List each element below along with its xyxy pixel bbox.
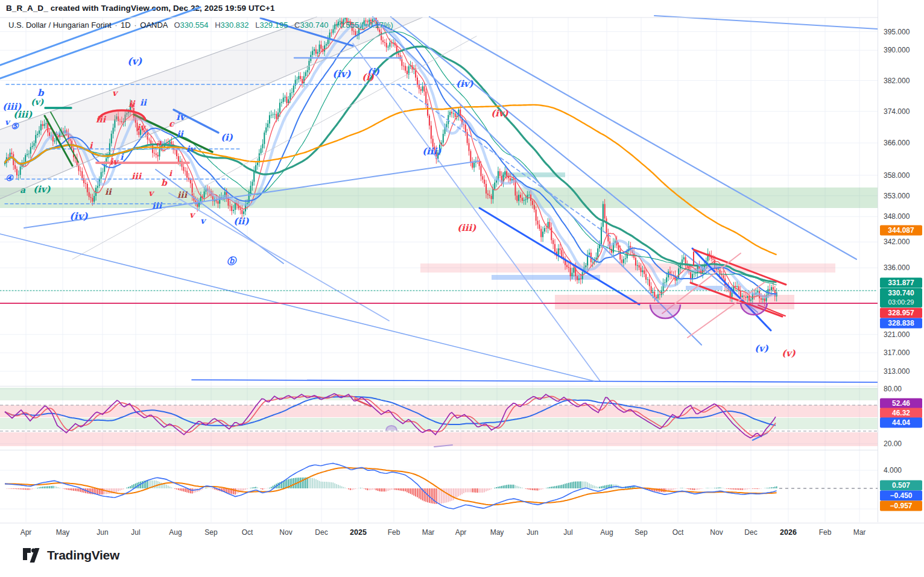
candle-body xyxy=(465,125,466,132)
candle-body xyxy=(180,161,181,162)
price-badge: 328.957 xyxy=(880,308,922,318)
price-badge: 52.46 xyxy=(880,399,922,409)
candle-body xyxy=(30,147,31,154)
candle-body xyxy=(144,130,145,132)
candle-body xyxy=(262,144,264,148)
candle-body xyxy=(389,43,390,47)
time-label-month: Nov xyxy=(710,528,723,537)
high-label: H xyxy=(215,20,220,30)
candle-body xyxy=(692,274,693,279)
candle-body xyxy=(747,296,748,298)
candle-body xyxy=(273,115,274,115)
axis-label: 313.000 xyxy=(884,367,910,376)
candle-body xyxy=(28,154,30,154)
symbol-legend[interactable]: U.S. Dollar / Hungarian Forint · 1D · OA… xyxy=(8,20,393,30)
candle-body xyxy=(11,153,12,154)
candle-body xyxy=(328,40,329,45)
candle-body xyxy=(293,86,294,92)
candle-body xyxy=(27,154,28,156)
candle-body xyxy=(514,180,516,195)
axis-label: 390.000 xyxy=(884,46,910,54)
candle-body xyxy=(769,289,770,291)
time-label-month: Dec xyxy=(744,528,757,537)
symbol-title[interactable]: U.S. Dollar / Hungarian Forint xyxy=(8,20,112,30)
candle-body xyxy=(35,135,36,143)
candle-body xyxy=(423,86,425,92)
axis-label: 395.000 xyxy=(884,28,910,36)
candle-body xyxy=(718,268,719,269)
candle-body xyxy=(499,171,501,176)
candle-body xyxy=(49,133,50,136)
candle-body xyxy=(604,204,606,218)
candle-body xyxy=(683,257,685,260)
candle-body xyxy=(92,198,93,201)
candle-body xyxy=(136,122,138,131)
candle-body xyxy=(554,244,555,252)
time-label-month: Aug xyxy=(600,528,613,537)
symbol-interval[interactable]: 1D xyxy=(121,20,131,30)
candle-body xyxy=(745,297,746,298)
time-label-month: Oct xyxy=(672,528,684,537)
axis-label: 358.000 xyxy=(884,171,910,180)
pane-separator-macd[interactable] xyxy=(0,450,924,450)
candle-body xyxy=(39,130,40,133)
axis-label: 321.000 xyxy=(884,330,910,339)
trendline xyxy=(0,234,594,381)
candle-body xyxy=(239,209,241,210)
candle-body xyxy=(742,296,743,297)
time-label-month: Sep xyxy=(204,528,217,537)
candle-body xyxy=(453,113,454,114)
tradingview-logo[interactable]: TradingView xyxy=(23,547,119,563)
time-label-month: Jul xyxy=(563,528,572,537)
candle-body xyxy=(429,116,430,125)
candle-body xyxy=(552,240,554,244)
candle-body xyxy=(472,162,473,168)
candle-body xyxy=(243,212,244,214)
candle-body xyxy=(443,134,444,143)
candle-body xyxy=(549,222,550,227)
candle-body xyxy=(250,186,252,194)
time-label-month: Mar xyxy=(422,528,435,537)
candle-body xyxy=(298,76,299,79)
candle-body xyxy=(525,200,527,200)
candle-body xyxy=(290,93,291,99)
symbol-exchange: OANDA xyxy=(140,20,168,30)
candle-body xyxy=(536,210,537,221)
candle-body xyxy=(159,149,160,157)
candle-body xyxy=(619,250,621,259)
candle-body xyxy=(654,292,655,297)
candle-body xyxy=(307,70,308,72)
candle-body xyxy=(621,259,622,263)
candle-body xyxy=(295,80,296,86)
candle-body xyxy=(267,124,268,127)
candle-body xyxy=(317,52,318,54)
time-label-month: May xyxy=(56,528,70,537)
candle-body xyxy=(666,277,667,282)
candle-body xyxy=(491,196,492,199)
candle-body xyxy=(16,169,17,175)
candle-body xyxy=(241,210,242,214)
candle-body xyxy=(178,156,179,162)
candle-body xyxy=(740,291,741,297)
user-drawings[interactable] xyxy=(0,7,878,447)
candle-body xyxy=(510,178,511,180)
candle-body xyxy=(281,102,282,102)
candle-body xyxy=(504,171,505,175)
chart-canvas[interactable] xyxy=(0,0,924,577)
time-axis[interactable]: AprMayJunJulAugSepOctNovDec2025FebMarApr… xyxy=(0,523,924,544)
candle-body xyxy=(315,49,317,54)
axis-label: 20.00 xyxy=(884,440,902,448)
candle-body xyxy=(578,279,580,280)
candle-body xyxy=(138,131,139,135)
candle-body xyxy=(482,176,483,180)
candle-body xyxy=(20,167,21,175)
pane-separator-rsi[interactable] xyxy=(0,386,924,386)
candle-body xyxy=(637,265,638,266)
price-badge: 0.507 xyxy=(880,481,922,491)
candle-body xyxy=(176,150,177,156)
candle-body xyxy=(750,300,752,301)
candle-body xyxy=(44,124,45,126)
candle-body xyxy=(326,44,327,45)
candle-body xyxy=(89,192,90,197)
price-axis[interactable]: 395.000390.000382.000374.000366.000358.0… xyxy=(878,0,924,522)
